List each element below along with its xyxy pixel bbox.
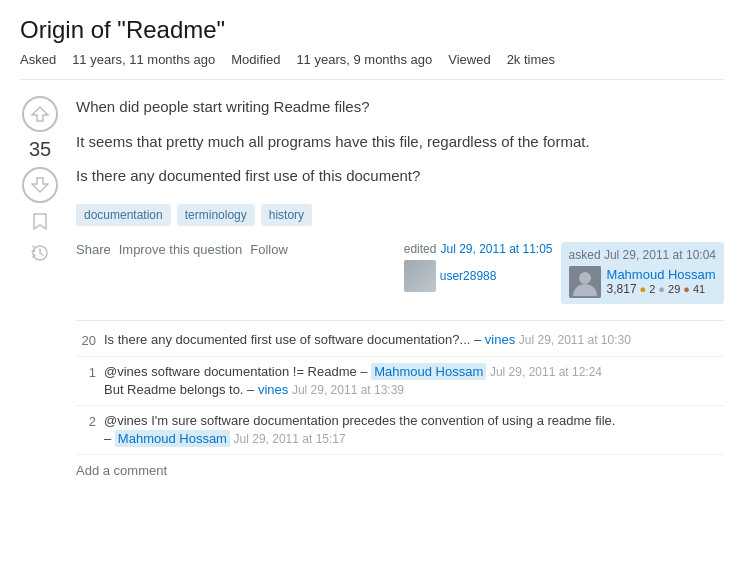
comment-3-score: 2 xyxy=(76,412,96,431)
user-cards: edited Jul 29, 2011 at 11:05 user28988 a… xyxy=(404,242,724,304)
comment-1: 20 Is there any documented first use of … xyxy=(76,325,724,357)
question-para-2: It seems that pretty much all programs h… xyxy=(76,131,724,154)
bronze-count: 41 xyxy=(693,283,705,295)
edited-user[interactable]: user28988 xyxy=(440,269,497,283)
content-section: When did people start writing Readme fil… xyxy=(76,96,724,482)
comment-2b-author[interactable]: vines xyxy=(258,382,288,397)
page-title: Origin of "Readme" xyxy=(20,16,724,44)
action-bar: Share Improve this question Follow edite… xyxy=(76,242,724,304)
modified-time: 11 years, 9 months ago xyxy=(296,52,432,67)
user-details: Mahmoud Hossam 3,817 ● 2 ● 29 ● 41 xyxy=(607,267,716,296)
history-button[interactable] xyxy=(22,239,58,267)
tags-container: documentation terminology history xyxy=(76,204,724,226)
viewed-label: Viewed xyxy=(448,52,490,67)
vote-section: 35 xyxy=(20,96,60,482)
user-info: Mahmoud Hossam 3,817 ● 2 ● 29 ● 41 xyxy=(569,266,716,298)
tag-terminology[interactable]: terminology xyxy=(177,204,255,226)
comment-3-time: Jul 29, 2011 at 15:17 xyxy=(234,432,346,446)
comment-2-time: Jul 29, 2011 at 12:24 xyxy=(490,365,602,379)
improve-link[interactable]: Improve this question xyxy=(119,242,243,257)
comment-1-score: 20 xyxy=(76,331,96,350)
comment-2-score: 1 xyxy=(76,363,96,382)
bookmark-button[interactable] xyxy=(22,207,58,235)
comment-3-author[interactable]: Mahmoud Hossam xyxy=(115,430,230,447)
viewed-count: 2k times xyxy=(507,52,555,67)
silver-badge-icon: ● xyxy=(658,283,665,295)
comment-2: 1 @vines software documentation != Readm… xyxy=(76,357,724,406)
question-body: 35 When did people start writing Readme … xyxy=(20,96,724,482)
tag-history[interactable]: history xyxy=(261,204,312,226)
share-link[interactable]: Share xyxy=(76,242,111,257)
asked-card-label: asked Jul 29, 2011 at 10:04 xyxy=(569,248,716,262)
tag-documentation[interactable]: documentation xyxy=(76,204,171,226)
meta-bar: Asked 11 years, 11 months ago Modified 1… xyxy=(20,52,724,80)
comment-1-time: Jul 29, 2011 at 10:30 xyxy=(519,333,631,347)
gold-badge-icon: ● xyxy=(640,283,647,295)
modified-label: Modified xyxy=(231,52,280,67)
asked-user-card: asked Jul 29, 2011 at 10:04 Mahmoud Hoss… xyxy=(561,242,724,304)
gold-count: 2 xyxy=(649,283,655,295)
user-name[interactable]: Mahmoud Hossam xyxy=(607,267,716,282)
vote-down-button[interactable] xyxy=(22,167,58,203)
question-para-1: When did people start writing Readme fil… xyxy=(76,96,724,119)
comments-section: 20 Is there any documented first use of … xyxy=(76,320,724,483)
edited-card: edited Jul 29, 2011 at 11:05 user28988 xyxy=(404,242,553,292)
asked-label: Asked xyxy=(20,52,56,67)
action-links: Share Improve this question Follow xyxy=(76,242,288,257)
follow-link[interactable]: Follow xyxy=(250,242,288,257)
comment-3: 2 @vines I'm sure software documentation… xyxy=(76,406,724,455)
edit-avatar xyxy=(404,260,436,292)
bronze-badge-icon: ● xyxy=(683,283,690,295)
asked-time: 11 years, 11 months ago xyxy=(72,52,215,67)
edited-time: Jul 29, 2011 at 11:05 xyxy=(440,242,552,256)
comment-2b-time: Jul 29, 2011 at 13:39 xyxy=(292,383,404,397)
svg-point-2 xyxy=(579,272,591,284)
add-comment-link[interactable]: Add a comment xyxy=(76,455,724,482)
question-text: When did people start writing Readme fil… xyxy=(76,96,724,188)
edited-label: edited xyxy=(404,242,437,256)
comment-3-body: @vines I'm sure software documentation p… xyxy=(104,412,724,448)
vote-count: 35 xyxy=(29,136,51,163)
comment-1-author[interactable]: vines xyxy=(485,332,515,347)
comment-1-body: Is there any documented first use of sof… xyxy=(104,331,724,349)
avatar xyxy=(569,266,601,298)
rep-badges: 3,817 ● 2 ● 29 ● 41 xyxy=(607,282,716,296)
user-rep: 3,817 xyxy=(607,282,637,296)
vote-up-button[interactable] xyxy=(22,96,58,132)
comment-2-author[interactable]: Mahmoud Hossam xyxy=(371,363,486,380)
comment-2-body: @vines software documentation != Readme … xyxy=(104,363,724,399)
silver-count: 29 xyxy=(668,283,680,295)
question-para-3: Is there any documented first use of thi… xyxy=(76,165,724,188)
